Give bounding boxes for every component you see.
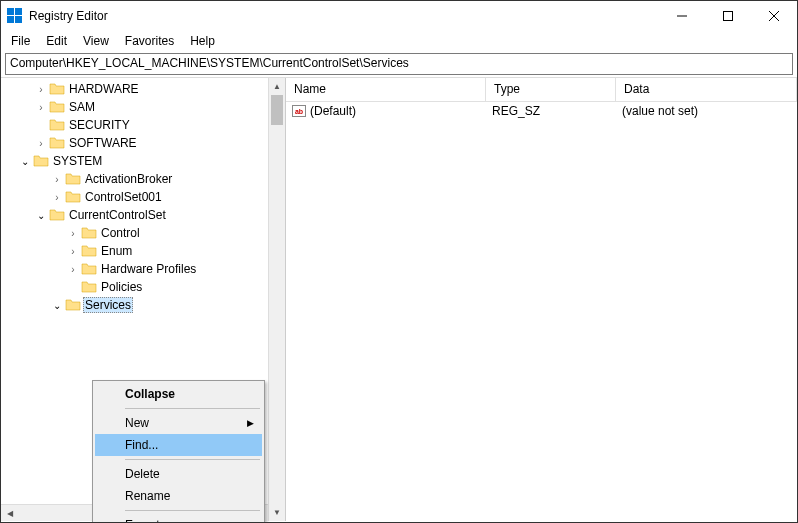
folder-icon — [81, 226, 97, 240]
menubar: FileEditViewFavoritesHelp — [1, 31, 797, 51]
svg-rect-1 — [724, 12, 733, 21]
context-menu-item[interactable]: New▶ — [95, 412, 262, 434]
menu-item-view[interactable]: View — [77, 32, 115, 50]
folder-icon — [49, 100, 65, 114]
context-menu-label: Find... — [125, 438, 158, 452]
tree-item[interactable]: ›ActivationBroker — [1, 170, 268, 188]
tree-item-label: Services — [83, 297, 133, 313]
tree-item[interactable]: ⌄SYSTEM — [1, 152, 268, 170]
tree-item[interactable]: SECURITY — [1, 116, 268, 134]
chevron-right-icon[interactable]: › — [49, 192, 65, 203]
scroll-left-button[interactable]: ◀ — [1, 505, 18, 521]
tree-item[interactable]: ⌄CurrentControlSet — [1, 206, 268, 224]
column-header-type[interactable]: Type — [486, 78, 616, 101]
tree-item-label: SYSTEM — [51, 154, 104, 168]
context-menu-item[interactable]: Export — [95, 514, 262, 523]
tree-item[interactable]: ›HARDWARE — [1, 80, 268, 98]
menu-item-edit[interactable]: Edit — [40, 32, 73, 50]
folder-icon — [33, 154, 49, 168]
menu-item-favorites[interactable]: Favorites — [119, 32, 180, 50]
tree-item-label: Policies — [99, 280, 144, 294]
tree-item-label: SAM — [67, 100, 97, 114]
context-menu-label: Rename — [125, 489, 170, 503]
context-menu-label: Delete — [125, 467, 160, 481]
folder-icon — [49, 136, 65, 150]
string-value-icon: ab — [292, 105, 306, 117]
context-menu-item[interactable]: Find... — [95, 434, 262, 456]
value-name: (Default) — [310, 104, 356, 118]
menu-item-file[interactable]: File — [5, 32, 36, 50]
context-menu: CollapseNew▶Find...DeleteRenameExportPer… — [92, 380, 265, 523]
list-row[interactable]: ab(Default)REG_SZ(value not set) — [286, 102, 797, 120]
folder-icon — [49, 118, 65, 132]
tree-item-label: SECURITY — [67, 118, 132, 132]
value-type: REG_SZ — [486, 104, 616, 118]
chevron-right-icon[interactable]: › — [65, 228, 81, 239]
context-menu-label: Export — [125, 518, 160, 523]
folder-icon — [81, 244, 97, 258]
tree-item-label: Control — [99, 226, 142, 240]
menu-item-help[interactable]: Help — [184, 32, 221, 50]
tree-item-label: Hardware Profiles — [99, 262, 198, 276]
tree-item-label: CurrentControlSet — [67, 208, 168, 222]
tree-item-label: HARDWARE — [67, 82, 141, 96]
folder-icon — [81, 262, 97, 276]
folder-icon — [65, 172, 81, 186]
column-header-name[interactable]: Name — [286, 78, 486, 101]
chevron-right-icon[interactable]: › — [65, 246, 81, 257]
tree-item[interactable]: ›Hardware Profiles — [1, 260, 268, 278]
tree-item[interactable]: Policies — [1, 278, 268, 296]
tree-item-label: SOFTWARE — [67, 136, 139, 150]
chevron-down-icon[interactable]: ⌄ — [33, 210, 49, 221]
submenu-arrow-icon: ▶ — [247, 418, 254, 428]
folder-icon — [49, 82, 65, 96]
close-button[interactable] — [751, 1, 797, 31]
tree-item[interactable]: ›SOFTWARE — [1, 134, 268, 152]
context-menu-separator — [125, 459, 260, 460]
tree-item-label: ControlSet001 — [83, 190, 164, 204]
folder-icon — [65, 298, 81, 312]
chevron-right-icon[interactable]: › — [49, 174, 65, 185]
tree-item[interactable]: ›Control — [1, 224, 268, 242]
folder-icon — [49, 208, 65, 222]
values-pane: Name Type Data ab(Default)REG_SZ(value n… — [286, 78, 797, 521]
scroll-track[interactable] — [269, 95, 285, 504]
tree-item[interactable]: ›SAM — [1, 98, 268, 116]
chevron-right-icon[interactable]: › — [33, 102, 49, 113]
minimize-button[interactable] — [659, 1, 705, 31]
chevron-right-icon[interactable]: › — [33, 138, 49, 149]
context-menu-item[interactable]: Rename — [95, 485, 262, 507]
maximize-button[interactable] — [705, 1, 751, 31]
scroll-thumb[interactable] — [271, 95, 283, 125]
context-menu-label: Collapse — [125, 387, 175, 401]
tree-item-label: Enum — [99, 244, 134, 258]
folder-icon — [81, 280, 97, 294]
column-headers: Name Type Data — [286, 78, 797, 102]
scroll-up-button[interactable]: ▲ — [269, 78, 285, 95]
folder-icon — [65, 190, 81, 204]
tree-item[interactable]: ›ControlSet001 — [1, 188, 268, 206]
context-menu-label: New — [125, 416, 149, 430]
context-menu-separator — [125, 408, 260, 409]
chevron-right-icon[interactable]: › — [33, 84, 49, 95]
titlebar: Registry Editor — [1, 1, 797, 31]
window-title: Registry Editor — [29, 9, 659, 23]
tree-item[interactable]: ›Enum — [1, 242, 268, 260]
tree-item-label: ActivationBroker — [83, 172, 174, 186]
value-data: (value not set) — [616, 104, 797, 118]
tree-item[interactable]: ⌄Services — [1, 296, 268, 314]
column-header-data[interactable]: Data — [616, 78, 797, 101]
context-menu-item[interactable]: Collapse — [95, 383, 262, 405]
context-menu-item[interactable]: Delete — [95, 463, 262, 485]
app-icon — [7, 8, 23, 24]
chevron-right-icon[interactable]: › — [65, 264, 81, 275]
context-menu-separator — [125, 510, 260, 511]
address-bar[interactable]: Computer\HKEY_LOCAL_MACHINE\SYSTEM\Curre… — [5, 53, 793, 75]
chevron-down-icon[interactable]: ⌄ — [49, 300, 65, 311]
tree-vert-scrollbar[interactable]: ▲ ▼ — [268, 78, 285, 521]
chevron-down-icon[interactable]: ⌄ — [17, 156, 33, 167]
scroll-down-button[interactable]: ▼ — [269, 504, 285, 521]
